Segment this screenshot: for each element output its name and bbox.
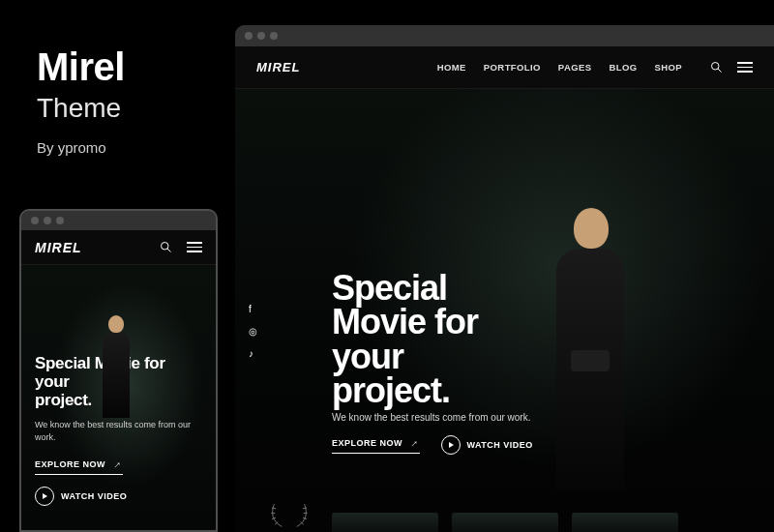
watch-video-button[interactable]: WATCH VIDEO bbox=[441, 435, 533, 455]
mobile-preview-frame: MIREL Special Movie for your project. We… bbox=[19, 209, 218, 532]
window-dot bbox=[31, 217, 39, 224]
desktop-nav-icons bbox=[709, 60, 753, 74]
camera-prop bbox=[571, 350, 610, 371]
mobile-hero: Special Movie for your project. We know … bbox=[21, 265, 216, 530]
explore-button[interactable]: EXPLORE NOW → bbox=[332, 437, 420, 454]
mobile-navbar: MIREL bbox=[21, 230, 216, 265]
headline-line: project. bbox=[35, 391, 92, 409]
promo-author: By ypromo bbox=[37, 139, 211, 156]
hamburger-icon[interactable] bbox=[187, 242, 202, 252]
nav-item-portfolio[interactable]: PORTFOLIO bbox=[484, 62, 541, 73]
mobile-watch-row: WATCH VIDEO bbox=[35, 487, 202, 506]
mobile-tagline: We know the best results come from our w… bbox=[35, 419, 202, 443]
portfolio-thumb[interactable] bbox=[452, 513, 558, 532]
social-rail: f ◎ ♪ bbox=[249, 304, 257, 359]
desktop-headline: Special Movie for your project. bbox=[332, 271, 478, 407]
explore-label: EXPLORE NOW bbox=[332, 438, 402, 448]
brand-logo[interactable]: MIREL bbox=[256, 60, 300, 74]
watch-video-button[interactable]: WATCH VIDEO bbox=[35, 487, 127, 506]
portfolio-thumb[interactable] bbox=[572, 513, 678, 532]
window-dot bbox=[245, 32, 253, 40]
arrow-icon: → bbox=[405, 434, 422, 451]
promo-block: Mirel Theme By ypromo bbox=[37, 46, 211, 156]
explore-label: EXPLORE NOW bbox=[35, 459, 105, 469]
desktop-preview-frame: MIREL HOME PORTFOLIO PAGES BLOG SHOP f ◎… bbox=[235, 25, 774, 532]
mobile-nav-icons bbox=[159, 240, 202, 254]
watch-label: WATCH VIDEO bbox=[467, 440, 533, 450]
nav-item-pages[interactable]: PAGES bbox=[558, 62, 592, 73]
headline-line: project. bbox=[332, 370, 450, 410]
desktop-hero: f ◎ ♪ Special Movie for your project. We… bbox=[235, 89, 774, 532]
svg-point-0 bbox=[162, 243, 169, 251]
hero-photographer-figure bbox=[537, 200, 643, 490]
search-icon[interactable] bbox=[709, 60, 724, 74]
play-icon bbox=[441, 435, 461, 455]
facebook-icon[interactable]: f bbox=[249, 304, 257, 314]
window-dots bbox=[245, 32, 278, 40]
mobile-titlebar bbox=[21, 211, 216, 230]
nav-item-blog[interactable]: BLOG bbox=[609, 62, 637, 73]
desktop-navbar: MIREL HOME PORTFOLIO PAGES BLOG SHOP bbox=[235, 46, 774, 89]
desktop-titlebar bbox=[235, 25, 774, 46]
desktop-cta-row: EXPLORE NOW → WATCH VIDEO bbox=[332, 435, 533, 455]
explore-button[interactable]: EXPLORE NOW → bbox=[35, 458, 123, 475]
nav-item-shop[interactable]: SHOP bbox=[654, 62, 682, 73]
nav-item-home[interactable]: HOME bbox=[437, 62, 466, 73]
laurel-icon bbox=[266, 501, 313, 528]
desktop-viewport: MIREL HOME PORTFOLIO PAGES BLOG SHOP f ◎… bbox=[235, 46, 774, 532]
portfolio-thumb[interactable] bbox=[332, 513, 438, 532]
tiktok-icon[interactable]: ♪ bbox=[249, 348, 257, 359]
svg-line-3 bbox=[718, 69, 721, 72]
instagram-icon[interactable]: ◎ bbox=[249, 326, 257, 337]
portfolio-thumbs bbox=[332, 513, 678, 532]
hamburger-icon[interactable] bbox=[737, 62, 753, 73]
search-icon[interactable] bbox=[159, 240, 173, 254]
nav-menu: HOME PORTFOLIO PAGES BLOG SHOP bbox=[437, 62, 682, 73]
mobile-cta-row: EXPLORE NOW → bbox=[35, 458, 202, 475]
svg-point-2 bbox=[712, 63, 720, 71]
window-dots bbox=[31, 217, 64, 224]
brand-logo[interactable]: MIREL bbox=[35, 240, 82, 255]
promo-subtitle: Theme bbox=[37, 93, 211, 124]
play-icon bbox=[35, 487, 54, 506]
svg-line-1 bbox=[167, 249, 170, 251]
window-dot bbox=[270, 32, 278, 40]
promo-title: Mirel bbox=[37, 46, 211, 87]
window-dot bbox=[44, 217, 51, 224]
hero-photographer-figure bbox=[95, 311, 137, 418]
window-dot bbox=[56, 217, 64, 224]
watch-label: WATCH VIDEO bbox=[61, 491, 127, 501]
mobile-viewport: MIREL Special Movie for your project. We… bbox=[21, 230, 216, 530]
desktop-tagline: We know the best results come from our w… bbox=[332, 412, 530, 423]
window-dot bbox=[257, 32, 265, 40]
arrow-icon: → bbox=[108, 457, 125, 473]
